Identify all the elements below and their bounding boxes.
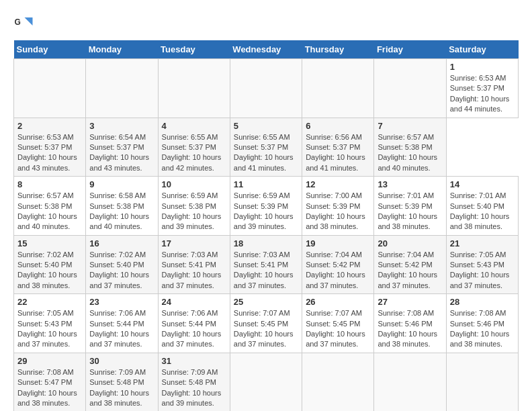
logo: G <box>13 13 36 34</box>
day-number: 6 <box>306 121 370 131</box>
calendar-cell: 12Sunrise: 7:00 AM Sunset: 5:39 PM Dayli… <box>302 177 374 236</box>
calendar-cell: 5Sunrise: 6:55 AM Sunset: 5:37 PM Daylig… <box>230 118 302 177</box>
calendar-header: SundayMondayTuesdayWednesdayThursdayFrid… <box>14 40 519 59</box>
svg-marker-1 <box>25 17 33 26</box>
day-header-friday: Friday <box>374 40 446 59</box>
day-info: Sunrise: 7:04 AM Sunset: 5:42 PM Dayligh… <box>378 250 442 291</box>
calendar-cell: 17Sunrise: 7:03 AM Sunset: 5:41 PM Dayli… <box>158 235 230 294</box>
calendar-cell <box>302 59 374 118</box>
day-info: Sunrise: 7:06 AM Sunset: 5:44 PM Dayligh… <box>162 308 226 350</box>
day-number: 22 <box>17 297 82 307</box>
day-info: Sunrise: 7:02 AM Sunset: 5:40 PM Dayligh… <box>17 250 82 291</box>
day-number: 20 <box>378 238 442 248</box>
calendar-cell: 19Sunrise: 7:04 AM Sunset: 5:42 PM Dayli… <box>302 235 374 294</box>
day-info: Sunrise: 6:56 AM Sunset: 5:37 PM Dayligh… <box>306 132 370 174</box>
calendar-table: SundayMondayTuesdayWednesdayThursdayFrid… <box>13 40 519 411</box>
calendar-week-4: 15Sunrise: 7:02 AM Sunset: 5:40 PM Dayli… <box>14 235 519 294</box>
day-info: Sunrise: 7:08 AM Sunset: 5:47 PM Dayligh… <box>17 367 82 409</box>
calendar-cell: 15Sunrise: 7:02 AM Sunset: 5:40 PM Dayli… <box>14 235 86 294</box>
day-header-saturday: Saturday <box>446 40 518 59</box>
day-info: Sunrise: 7:08 AM Sunset: 5:46 PM Dayligh… <box>450 308 515 350</box>
calendar-cell: 28Sunrise: 7:08 AM Sunset: 5:46 PM Dayli… <box>446 294 518 353</box>
day-number: 17 <box>162 238 226 248</box>
day-info: Sunrise: 6:57 AM Sunset: 5:38 PM Dayligh… <box>17 191 82 232</box>
day-number: 1 <box>450 62 515 72</box>
calendar-cell: 26Sunrise: 7:07 AM Sunset: 5:45 PM Dayli… <box>302 294 374 353</box>
calendar-cell: 30Sunrise: 7:09 AM Sunset: 5:48 PM Dayli… <box>86 353 158 411</box>
day-info: Sunrise: 7:04 AM Sunset: 5:42 PM Dayligh… <box>306 250 370 291</box>
calendar-cell: 13Sunrise: 7:01 AM Sunset: 5:39 PM Dayli… <box>374 177 446 236</box>
calendar-cell <box>374 353 446 411</box>
calendar-cell: 11Sunrise: 6:59 AM Sunset: 5:39 PM Dayli… <box>230 177 302 236</box>
day-number: 15 <box>17 238 82 248</box>
day-number: 19 <box>306 238 370 248</box>
day-info: Sunrise: 7:08 AM Sunset: 5:46 PM Dayligh… <box>378 308 442 350</box>
calendar-cell: 29Sunrise: 7:08 AM Sunset: 5:47 PM Dayli… <box>14 353 86 411</box>
day-number: 26 <box>306 297 370 307</box>
day-number: 9 <box>89 179 154 189</box>
calendar-cell: 23Sunrise: 7:06 AM Sunset: 5:44 PM Dayli… <box>86 294 158 353</box>
calendar-cell <box>86 59 158 118</box>
day-number: 4 <box>162 121 226 131</box>
header: G <box>13 13 519 34</box>
day-number: 10 <box>162 179 226 189</box>
calendar-cell: 3Sunrise: 6:54 AM Sunset: 5:37 PM Daylig… <box>86 118 158 177</box>
day-info: Sunrise: 6:53 AM Sunset: 5:37 PM Dayligh… <box>17 132 82 174</box>
calendar-cell: 10Sunrise: 6:59 AM Sunset: 5:38 PM Dayli… <box>158 177 230 236</box>
day-info: Sunrise: 6:59 AM Sunset: 5:39 PM Dayligh… <box>234 191 298 232</box>
calendar-cell: 24Sunrise: 7:06 AM Sunset: 5:44 PM Dayli… <box>158 294 230 353</box>
day-number: 23 <box>89 297 154 307</box>
day-info: Sunrise: 6:53 AM Sunset: 5:37 PM Dayligh… <box>450 73 515 115</box>
calendar-cell: 25Sunrise: 7:07 AM Sunset: 5:45 PM Dayli… <box>230 294 302 353</box>
calendar-week-1: 1Sunrise: 6:53 AM Sunset: 5:37 PM Daylig… <box>14 59 519 118</box>
calendar-cell <box>302 353 374 411</box>
calendar-cell: 16Sunrise: 7:02 AM Sunset: 5:40 PM Dayli… <box>86 235 158 294</box>
calendar-cell: 2Sunrise: 6:53 AM Sunset: 5:37 PM Daylig… <box>14 118 86 177</box>
day-info: Sunrise: 7:07 AM Sunset: 5:45 PM Dayligh… <box>306 308 370 350</box>
calendar-week-2: 2Sunrise: 6:53 AM Sunset: 5:37 PM Daylig… <box>14 118 519 177</box>
calendar-cell: 27Sunrise: 7:08 AM Sunset: 5:46 PM Dayli… <box>374 294 446 353</box>
calendar-cell: 7Sunrise: 6:57 AM Sunset: 5:38 PM Daylig… <box>374 118 446 177</box>
calendar-cell: 14Sunrise: 7:01 AM Sunset: 5:40 PM Dayli… <box>446 177 518 236</box>
day-info: Sunrise: 6:58 AM Sunset: 5:38 PM Dayligh… <box>89 191 154 232</box>
calendar-week-3: 8Sunrise: 6:57 AM Sunset: 5:38 PM Daylig… <box>14 177 519 236</box>
day-info: Sunrise: 7:00 AM Sunset: 5:39 PM Dayligh… <box>306 191 370 232</box>
day-number: 12 <box>306 179 370 189</box>
calendar-cell: 22Sunrise: 7:05 AM Sunset: 5:43 PM Dayli… <box>14 294 86 353</box>
day-number: 25 <box>234 297 298 307</box>
day-info: Sunrise: 7:09 AM Sunset: 5:48 PM Dayligh… <box>162 367 226 409</box>
day-number: 28 <box>450 297 515 307</box>
day-info: Sunrise: 7:07 AM Sunset: 5:45 PM Dayligh… <box>234 308 298 350</box>
day-header-wednesday: Wednesday <box>230 40 302 59</box>
day-number: 13 <box>378 179 442 189</box>
day-info: Sunrise: 7:01 AM Sunset: 5:39 PM Dayligh… <box>378 191 442 232</box>
day-header-thursday: Thursday <box>302 40 374 59</box>
day-number: 21 <box>450 238 515 248</box>
day-info: Sunrise: 6:54 AM Sunset: 5:37 PM Dayligh… <box>89 132 154 174</box>
day-number: 27 <box>378 297 442 307</box>
day-info: Sunrise: 6:55 AM Sunset: 5:37 PM Dayligh… <box>162 132 226 174</box>
calendar-body: 1Sunrise: 6:53 AM Sunset: 5:37 PM Daylig… <box>14 59 519 412</box>
calendar-cell: 21Sunrise: 7:05 AM Sunset: 5:43 PM Dayli… <box>446 235 518 294</box>
calendar-cell: 4Sunrise: 6:55 AM Sunset: 5:37 PM Daylig… <box>158 118 230 177</box>
day-number: 3 <box>89 121 154 131</box>
svg-text:G: G <box>15 17 21 27</box>
day-number: 5 <box>234 121 298 131</box>
day-info: Sunrise: 7:09 AM Sunset: 5:48 PM Dayligh… <box>89 367 154 409</box>
header-row: SundayMondayTuesdayWednesdayThursdayFrid… <box>14 40 519 59</box>
day-info: Sunrise: 6:57 AM Sunset: 5:38 PM Dayligh… <box>378 132 442 174</box>
day-header-sunday: Sunday <box>14 40 86 59</box>
day-info: Sunrise: 7:03 AM Sunset: 5:41 PM Dayligh… <box>234 250 298 291</box>
calendar-cell <box>14 59 86 118</box>
day-number: 24 <box>162 297 226 307</box>
calendar-cell <box>374 59 446 118</box>
calendar-cell <box>230 353 302 411</box>
day-number: 7 <box>378 121 442 131</box>
day-info: Sunrise: 6:55 AM Sunset: 5:37 PM Dayligh… <box>234 132 298 174</box>
calendar-cell: 20Sunrise: 7:04 AM Sunset: 5:42 PM Dayli… <box>374 235 446 294</box>
day-number: 14 <box>450 179 515 189</box>
day-number: 31 <box>162 356 226 366</box>
calendar-cell <box>230 59 302 118</box>
day-header-monday: Monday <box>86 40 158 59</box>
calendar-cell: 8Sunrise: 6:57 AM Sunset: 5:38 PM Daylig… <box>14 177 86 236</box>
